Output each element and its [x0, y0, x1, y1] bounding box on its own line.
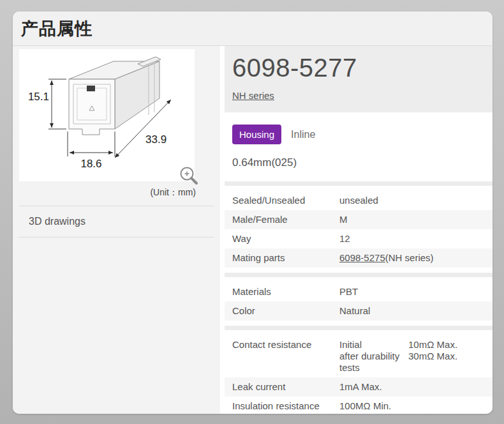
- technical-drawing: 15.1 18.6 33.9: [19, 49, 195, 181]
- dimension-height: 15.1: [28, 91, 49, 103]
- attr-label: Way: [232, 233, 339, 245]
- terminal-size-label: 0.64mm(025): [225, 144, 493, 176]
- general-attributes-table: Sealed/Unsealed unsealed Male/Female M W…: [225, 191, 493, 268]
- product-header: 6098-5277 NH series: [225, 46, 493, 112]
- attr-label: Contact resistance: [232, 339, 339, 351]
- magnifier-icon[interactable]: [179, 165, 200, 187]
- unit-note: (Unit：mm): [19, 181, 196, 206]
- panel-header: 产品属性: [13, 11, 493, 46]
- attr-value: unsealed: [339, 195, 485, 206]
- attr-label: Mating parts: [232, 252, 339, 264]
- housing-badge: Housing: [232, 125, 281, 144]
- connector-drawing: 15.1 18.6 33.9: [19, 49, 195, 181]
- attributes-column: 6098-5277 NH series Housing Inline 0.64m…: [220, 46, 493, 414]
- attr-value: M: [339, 214, 485, 225]
- dimension-length: 33.9: [145, 133, 167, 146]
- drawing-column: 15.1 18.6 33.9 (Unit：mm): [13, 46, 220, 414]
- attr-label: Sealed/Unsealed: [232, 195, 339, 206]
- condition-value: 30mΩ Max.: [408, 351, 485, 362]
- divider-line: [19, 237, 214, 238]
- table-row: Materials PBT: [225, 282, 493, 301]
- condition-label: Initial: [339, 339, 408, 351]
- attr-label: Color: [232, 305, 339, 317]
- attr-value: PBT: [339, 286, 485, 298]
- product-attributes-panel: 产品属性: [13, 11, 493, 414]
- table-row: Male/Female M: [225, 210, 493, 229]
- attr-value: 12: [339, 233, 485, 245]
- section-divider: [225, 273, 493, 277]
- section-divider: [225, 326, 493, 330]
- contact-resistance-line: Initial 10mΩ Max.: [339, 339, 485, 351]
- table-row: Sealed/Unsealed unsealed: [225, 191, 493, 210]
- table-row: Contact resistance Initial 10mΩ Max. aft…: [225, 335, 493, 377]
- table-row: Leak current 1mA Max.: [225, 377, 493, 397]
- panel-body: 15.1 18.6 33.9 (Unit：mm): [13, 46, 493, 414]
- attr-value: Natural: [339, 305, 485, 317]
- 3d-drawings-link[interactable]: 3D drawings: [19, 206, 214, 237]
- attr-value: 1mA Max.: [339, 381, 485, 393]
- section-divider: [225, 181, 493, 186]
- attr-label: Materials: [232, 286, 339, 298]
- part-number: 6098-5277: [232, 54, 485, 82]
- dimension-width: 18.6: [80, 158, 101, 170]
- table-row: Color Natural: [225, 301, 493, 321]
- mount-type-label: Inline: [291, 129, 315, 140]
- category-row: Housing Inline: [225, 112, 493, 144]
- contact-resistance-line: after durability tests 30mΩ Max.: [339, 351, 485, 374]
- table-row: Mating parts 6098-5275(NH series): [225, 248, 493, 268]
- attr-value: 100MΩ Min.: [339, 400, 485, 412]
- mating-part-link[interactable]: 6098-5275: [339, 252, 385, 263]
- page-background: 产品属性: [0, 0, 504, 424]
- electrical-attributes-table: Contact resistance Initial 10mΩ Max. aft…: [225, 335, 493, 414]
- attr-label: Male/Female: [232, 214, 339, 225]
- attr-value: 6098-5275(NH series): [339, 252, 485, 264]
- material-attributes-table: Materials PBT Color Natural: [225, 282, 493, 321]
- condition-label: after durability tests: [339, 351, 408, 374]
- contact-resistance-values: Initial 10mΩ Max. after durability tests…: [339, 339, 485, 374]
- page-title: 产品属性: [21, 19, 93, 38]
- attr-label: Leak current: [232, 381, 339, 393]
- table-row: Way 12: [225, 229, 493, 248]
- attr-label: Insulation resistance: [232, 400, 339, 412]
- table-row: Insulation resistance 100MΩ Min.: [225, 397, 493, 414]
- series-link[interactable]: NH series: [232, 90, 274, 101]
- mating-part-series: (NH series): [385, 252, 434, 263]
- condition-value: 10mΩ Max.: [408, 339, 485, 351]
